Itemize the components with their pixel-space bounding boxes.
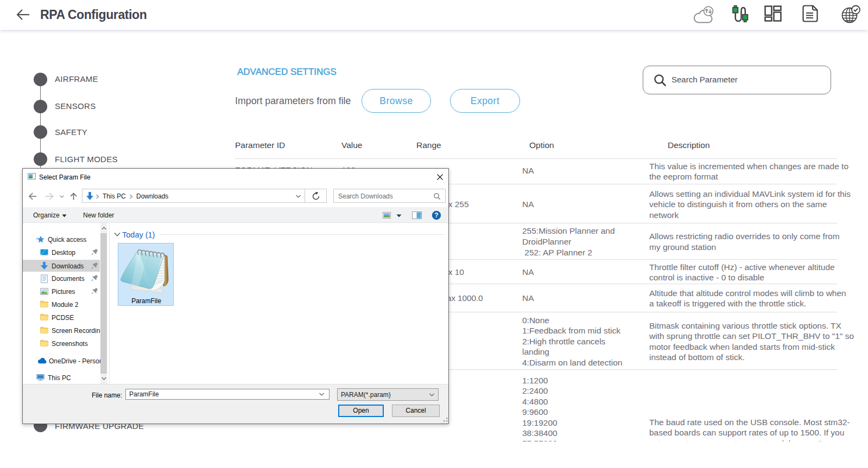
- svg-text:?: ?: [434, 211, 438, 219]
